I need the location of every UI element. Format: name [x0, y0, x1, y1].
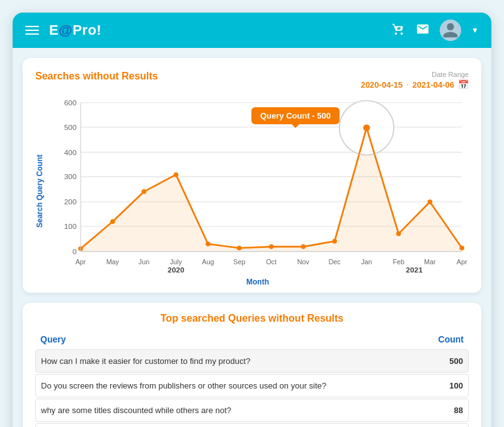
- row-query: How can I make it easier for customer to…: [41, 356, 438, 366]
- row-query: Do you screen the reviews from publisher…: [41, 381, 438, 390]
- svg-text:Nov: Nov: [297, 258, 310, 266]
- svg-text:Jan: Jan: [361, 258, 372, 266]
- svg-text:Jun: Jun: [139, 258, 149, 266]
- svg-text:Sep: Sep: [233, 258, 245, 266]
- table-title: Top searched Queries without Results: [35, 313, 469, 324]
- svg-text:500: 500: [64, 123, 77, 132]
- chart-header: Searches without Results Date Range 2020…: [35, 71, 469, 90]
- svg-point-36: [269, 244, 274, 249]
- table-body: How can I make it easier for customer to…: [35, 349, 469, 427]
- table-row: Do you sell advertising on your site? 63: [35, 423, 469, 427]
- col-header-count: Count: [438, 334, 464, 344]
- svg-point-44: [364, 124, 370, 131]
- avatar[interactable]: [440, 20, 461, 41]
- svg-text:July: July: [170, 258, 183, 266]
- date-range-label: Date Range: [361, 71, 469, 78]
- row-count: 500: [438, 356, 463, 366]
- chart-title: Searches without Results: [35, 71, 158, 82]
- date-range-values: 2020-04-15 · 2021-04-06 📅: [361, 79, 469, 90]
- date-end: 2021-04-06: [413, 80, 455, 90]
- svg-point-35: [237, 245, 242, 250]
- x-axis-label: Month: [47, 278, 469, 286]
- svg-text:Oct: Oct: [266, 258, 277, 266]
- header: E@Pro! ▼: [13, 13, 491, 48]
- table-section: Top searched Queries without Results Que…: [23, 303, 481, 427]
- app-container: E@Pro! ▼ Searches without Results Date R…: [13, 13, 491, 427]
- hamburger-icon[interactable]: [25, 26, 39, 35]
- svg-point-34: [205, 242, 210, 247]
- chart-area: Search Query Count Query Count - 500: [35, 96, 469, 286]
- svg-point-40: [428, 199, 433, 204]
- logo-at: @: [59, 22, 72, 38]
- table-row: How can I make it easier for customer to…: [35, 349, 469, 373]
- svg-point-32: [142, 189, 147, 194]
- svg-point-33: [174, 172, 179, 177]
- col-header-query: Query: [40, 334, 66, 344]
- svg-point-37: [301, 244, 306, 249]
- svg-text:Apr: Apr: [76, 258, 86, 266]
- calendar-icon[interactable]: 📅: [458, 79, 469, 90]
- date-range-section: Date Range 2020-04-15 · 2021-04-06 📅: [361, 71, 469, 90]
- svg-text:400: 400: [64, 148, 77, 157]
- row-query: why are some titles discounted while oth…: [41, 406, 438, 415]
- svg-text:300: 300: [64, 172, 77, 181]
- logo: E@Pro!: [49, 22, 101, 38]
- svg-point-39: [396, 231, 401, 237]
- svg-text:Feb: Feb: [392, 258, 404, 266]
- cart-icon[interactable]: [392, 22, 406, 39]
- y-axis-label: Search Query Count: [35, 155, 44, 228]
- avatar-chevron-icon[interactable]: ▼: [471, 26, 479, 35]
- date-start: 2020-04-15: [361, 80, 403, 90]
- row-count: 88: [438, 406, 463, 415]
- svg-text:600: 600: [64, 98, 77, 107]
- chart-inner: Query Count - 500 0 100 200: [47, 96, 469, 286]
- table-row: why are some titles discounted while oth…: [35, 399, 469, 422]
- svg-text:0: 0: [72, 247, 77, 256]
- svg-marker-29: [81, 128, 462, 252]
- svg-text:Dec: Dec: [329, 258, 341, 266]
- svg-text:Mar: Mar: [424, 258, 436, 266]
- table-header: Query Count: [35, 332, 469, 349]
- svg-text:May: May: [106, 258, 120, 266]
- svg-text:2020: 2020: [168, 266, 185, 272]
- chart-card: Searches without Results Date Range 2020…: [23, 58, 481, 293]
- header-right: ▼: [392, 20, 479, 41]
- svg-text:200: 200: [64, 197, 77, 206]
- date-separator: ·: [406, 80, 408, 89]
- svg-point-31: [110, 219, 115, 224]
- svg-point-38: [332, 239, 337, 244]
- svg-text:Aug: Aug: [202, 258, 214, 266]
- svg-text:Apr: Apr: [457, 258, 467, 266]
- svg-text:100: 100: [64, 222, 77, 231]
- mail-icon[interactable]: [416, 22, 430, 39]
- row-count: 100: [438, 381, 463, 390]
- header-left: E@Pro!: [25, 22, 101, 38]
- svg-text:2021: 2021: [406, 266, 423, 272]
- main-content: Searches without Results Date Range 2020…: [13, 48, 491, 427]
- table-row: Do you screen the reviews from publisher…: [35, 374, 469, 397]
- chart-svg: 0 100 200 300 400 500 600 Apr May Jun: [47, 96, 469, 272]
- svg-point-41: [459, 245, 464, 250]
